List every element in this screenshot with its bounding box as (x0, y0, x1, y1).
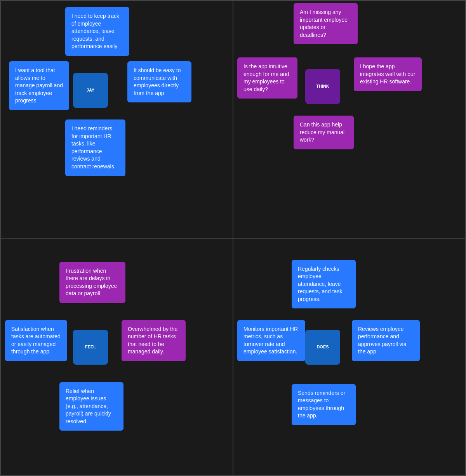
q3-card-right: Overwhelmed by the number of HR tasks th… (122, 320, 186, 361)
q2-card-top: Am I missing any important employee upda… (294, 3, 358, 44)
q4-avatar: DOES (305, 330, 340, 365)
q2-card-right: I hope the app integrates well with our … (354, 57, 422, 91)
q1-card-bottom: I need reminders for important HR tasks,… (65, 119, 125, 176)
q1-card-top: I need to keep track of employee attenda… (65, 7, 129, 56)
quadrant-needs: I need to keep track of employee attenda… (1, 1, 233, 238)
empathy-map-grid: I need to keep track of employee attenda… (0, 0, 466, 476)
q1-avatar: JAY (73, 73, 108, 108)
quadrant-actions: Regularly checks employee attendance, le… (233, 238, 465, 476)
q4-card-top: Regularly checks employee attendance, le… (292, 260, 356, 309)
q2-card-bottom: Can this app help reduce my manual work? (294, 116, 354, 149)
q3-card-left: Satisfaction when tasks are automated or… (5, 320, 67, 361)
q1-card-left: I want a tool that allows me to manage p… (9, 61, 69, 110)
q1-card-right: It should be easy to communicate with em… (127, 61, 191, 102)
q2-card-left: Is the app intuitive enough for me and m… (237, 57, 297, 99)
q4-card-right: Reviews employee performance and approve… (352, 320, 420, 361)
q4-card-bottom: Sends reminders or messages to employees… (292, 384, 356, 425)
q2-avatar: THINK (305, 69, 340, 104)
quadrant-concerns: Am I missing any important employee upda… (233, 1, 465, 238)
q4-card-left: Monitors important HR metrics, such as t… (237, 320, 305, 361)
quadrant-feelings: Frustration when there are delays in pro… (1, 238, 233, 476)
q3-avatar: FEEL (73, 330, 108, 365)
q3-card-bottom: Relief when employee issues (e.g., atten… (59, 382, 123, 431)
q3-card-top: Frustration when there are delays in pro… (59, 262, 125, 303)
